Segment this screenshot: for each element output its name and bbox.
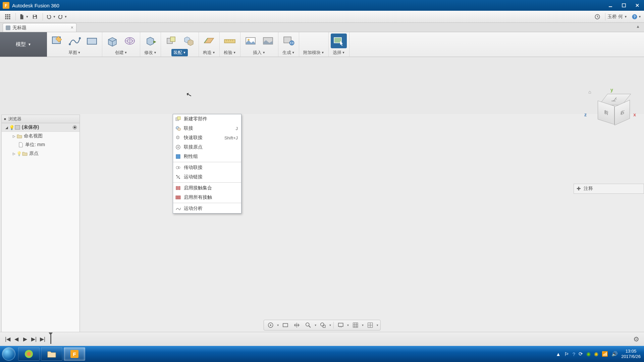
pan-button[interactable]: [291, 321, 302, 329]
ribbon-label-inspect[interactable]: 检验▼: [222, 49, 238, 56]
tray-clock[interactable]: 13:05 2017/6/26: [621, 349, 641, 359]
ribbon-label-addins[interactable]: 附加模块▼: [301, 49, 326, 56]
timeline-marker[interactable]: [50, 335, 51, 344]
minimize-button[interactable]: [604, 1, 617, 10]
browser-item-label: 单位: mm: [25, 142, 45, 148]
ribbon-label-construct[interactable]: 构造▼: [201, 49, 217, 56]
display-mode-button[interactable]: [335, 321, 346, 329]
undo-button[interactable]: ▼: [45, 12, 56, 21]
tree-caret-icon[interactable]: ▷: [12, 152, 16, 156]
add-comment-icon[interactable]: ✚: [577, 186, 581, 192]
tree-caret-icon[interactable]: ◢: [4, 126, 9, 129]
orbit-button[interactable]: [265, 321, 276, 329]
tray-help-icon[interactable]: ?: [573, 351, 575, 357]
timeline-start-button[interactable]: |◀: [3, 335, 12, 344]
user-menu-caret[interactable]: ▼: [624, 15, 627, 18]
ribbon-label-select[interactable]: 选择▼: [331, 49, 347, 56]
viewport-canvas[interactable]: [80, 114, 644, 332]
menu-item-motion-link[interactable]: 运动链接: [173, 172, 241, 182]
select-tool-icon[interactable]: [331, 34, 347, 48]
tray-sync-icon[interactable]: ⟳: [579, 351, 583, 357]
bulb-icon[interactable]: 💡: [9, 125, 14, 130]
taskbar-app-1[interactable]: [18, 347, 40, 361]
ribbon-label-insert[interactable]: 插入▼: [251, 49, 267, 56]
view-home-icon[interactable]: ⌂: [588, 89, 591, 95]
tray-update-icon[interactable]: ◉: [594, 351, 598, 357]
browser-row-views[interactable]: ▷ 命名视图: [2, 132, 79, 140]
ribbon-label-make[interactable]: 生成▼: [280, 49, 297, 56]
close-tab-button[interactable]: ×: [71, 25, 73, 30]
menu-item-drive-joint[interactable]: 传动联接: [173, 163, 241, 172]
document-icon: [6, 25, 10, 30]
tray-action-center[interactable]: 🏳: [564, 351, 569, 357]
menu-item-as-built-joint[interactable]: 快速联接 Shift+J: [173, 133, 241, 142]
bulb-icon[interactable]: 💡: [16, 151, 22, 156]
revolve-icon[interactable]: [122, 34, 138, 48]
taskbar-fusion360[interactable]: F: [64, 347, 85, 361]
look-at-button[interactable]: [280, 321, 291, 329]
collapse-panel-icon[interactable]: ●: [4, 116, 6, 121]
tray-nvidia-icon[interactable]: ◉: [586, 351, 591, 357]
browser-panel-header[interactable]: ● 浏览器: [2, 115, 79, 123]
close-button[interactable]: [631, 1, 644, 10]
menu-item-motion-study[interactable]: 运动分析: [173, 204, 241, 213]
menu-item-joint[interactable]: 联接 J: [173, 124, 241, 133]
menu-item-contact-sets[interactable]: 启用接触集合: [173, 183, 241, 193]
view-cube[interactable]: ⌂ y x z 上 前 右: [587, 89, 634, 136]
timeline-prev-button[interactable]: ◀: [12, 335, 21, 344]
quick-access-toolbar: ▼ ▼ ▼ 玉桥 何 ▼ ? ▼: [0, 11, 644, 23]
joint-icon[interactable]: [180, 34, 197, 48]
apps-grid-button[interactable]: [2, 12, 13, 21]
start-button[interactable]: [0, 346, 17, 362]
timeline-settings-button[interactable]: ⚙: [633, 335, 639, 343]
menu-item-rigid-group[interactable]: 刚性组: [173, 152, 241, 161]
user-name-label[interactable]: 玉桥 何: [607, 14, 623, 20]
motion-link-icon: [175, 174, 181, 180]
job-status-button[interactable]: [592, 12, 603, 21]
extrude-icon[interactable]: [104, 34, 120, 48]
sketch-rect-icon[interactable]: [84, 34, 100, 48]
construct-plane-icon[interactable]: [201, 34, 217, 48]
redo-button[interactable]: ▼: [56, 12, 68, 21]
fit-button[interactable]: [318, 321, 328, 329]
press-pull-icon[interactable]: [142, 34, 158, 48]
timeline-play-button[interactable]: ▶: [21, 335, 30, 344]
timeline-end-button[interactable]: ▶|: [38, 335, 47, 344]
viewport-layout-button[interactable]: [365, 321, 375, 329]
maximize-button[interactable]: [617, 1, 631, 10]
activate-radio[interactable]: [73, 125, 77, 129]
tray-volume-icon[interactable]: 🔊: [611, 351, 618, 357]
sketch-create-icon[interactable]: [49, 34, 65, 48]
workspace-selector[interactable]: 模型▼: [0, 32, 47, 57]
zoom-button[interactable]: [303, 321, 314, 329]
document-tab[interactable]: 无标题 ×: [3, 23, 76, 32]
taskbar-explorer[interactable]: [41, 347, 62, 361]
tray-network-icon[interactable]: 📶: [602, 351, 608, 357]
tree-caret-icon[interactable]: ▷: [12, 134, 16, 138]
measure-icon[interactable]: [222, 34, 238, 48]
ribbon-label-modify[interactable]: 修改▼: [142, 49, 159, 56]
new-component-icon[interactable]: [163, 34, 179, 48]
grid-button[interactable]: [350, 321, 361, 329]
svg-rect-7: [9, 16, 10, 17]
comments-panel[interactable]: ✚ 注释: [574, 184, 644, 194]
tray-show-hidden[interactable]: ▲: [556, 351, 561, 357]
insert-decal-icon[interactable]: [243, 34, 259, 48]
sketch-line-icon[interactable]: [66, 34, 83, 48]
ribbon-label-create[interactable]: 创建▼: [113, 49, 129, 56]
3d-print-icon[interactable]: [280, 34, 297, 48]
browser-root-row[interactable]: ◢ 💡 (未保存): [2, 123, 79, 132]
browser-row-units[interactable]: 单位: mm: [2, 140, 79, 149]
ribbon-label-assemble[interactable]: 装配▼: [171, 49, 188, 56]
collapse-ribbon-button[interactable]: ▲: [636, 24, 640, 29]
save-button[interactable]: [29, 12, 41, 21]
menu-item-all-contact[interactable]: 启用所有接触: [173, 193, 241, 202]
browser-row-origin[interactable]: ▷ 💡 原点: [2, 149, 79, 158]
menu-item-joint-origin[interactable]: 联接原点: [173, 142, 241, 152]
file-menu-button[interactable]: ▼: [18, 12, 29, 21]
timeline-next-button[interactable]: ▶|: [30, 335, 38, 344]
menu-item-new-component[interactable]: 新建零部件: [173, 114, 241, 124]
insert-image-icon[interactable]: [260, 34, 276, 48]
ribbon-label-sketch[interactable]: 草图▼: [66, 49, 83, 56]
help-button[interactable]: ? ▼: [631, 12, 642, 21]
